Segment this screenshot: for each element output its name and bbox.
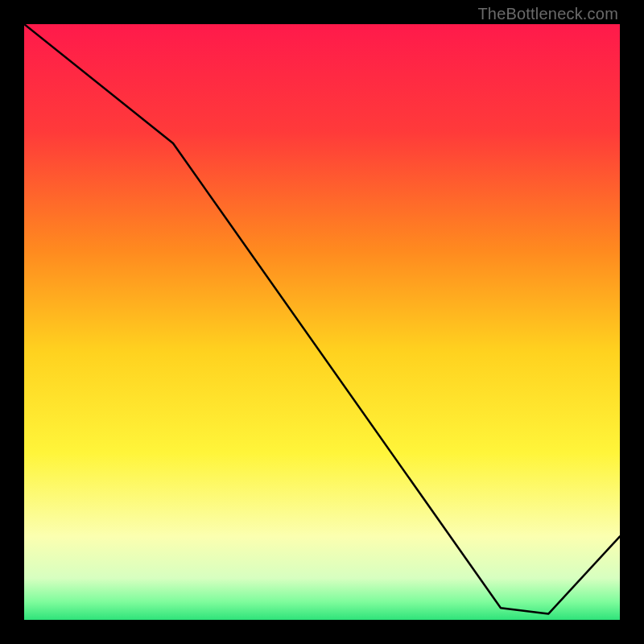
watermark-text: TheBottleneck.com — [477, 5, 618, 23]
chart-frame — [24, 24, 620, 620]
gradient-background — [24, 24, 620, 620]
bottleneck-chart — [24, 24, 620, 620]
